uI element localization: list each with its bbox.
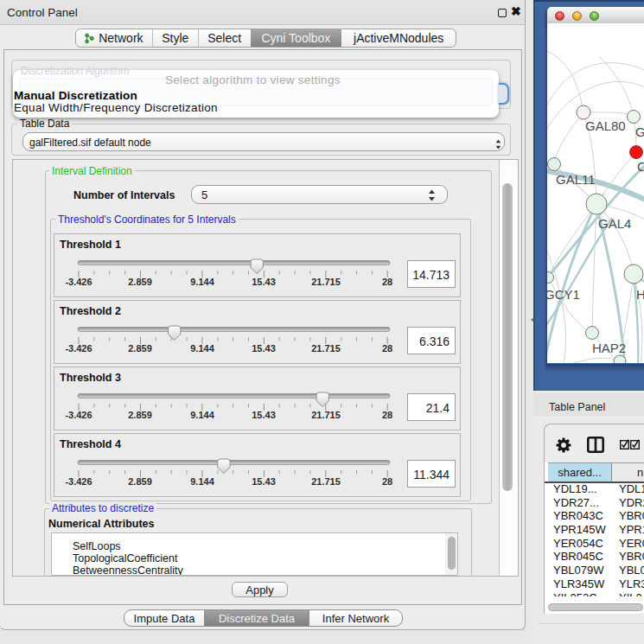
svg-text:GAL4: GAL4 <box>598 216 631 231</box>
svg-text:GAL11: GAL11 <box>556 172 596 187</box>
svg-text:H: H <box>636 287 644 302</box>
svg-text:GA: GA <box>635 124 644 139</box>
svg-text:GCY1: GCY1 <box>547 287 580 302</box>
svg-text:HAP2: HAP2 <box>592 341 626 355</box>
svg-text:C: C <box>637 159 644 174</box>
svg-text:GAL80: GAL80 <box>585 118 626 133</box>
